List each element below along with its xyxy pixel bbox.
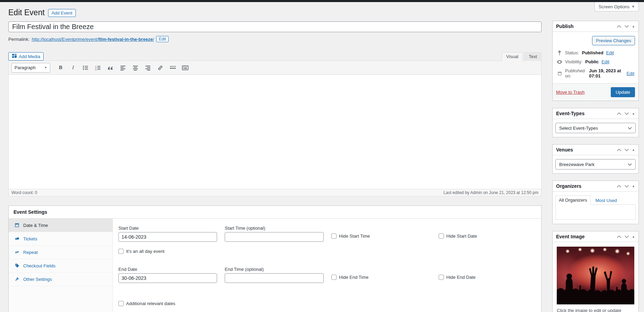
hide-end-time-checkbox[interactable]	[331, 275, 337, 280]
tab-most-used[interactable]: Most Used	[596, 196, 617, 205]
align-left-icon[interactable]	[117, 63, 128, 73]
settings-tab-label: Date & Time	[23, 223, 48, 228]
toolbar-toggle-icon[interactable]	[180, 63, 191, 73]
numbered-list-icon[interactable]: 123	[92, 63, 104, 73]
chevron-down-icon	[628, 126, 632, 131]
date-time-form: Start Date Start Time (optional) Hide St…	[113, 219, 541, 312]
add-event-button[interactable]: Add Event	[48, 9, 76, 17]
event-settings-box: Event Settings Date & Time Tickets	[8, 205, 542, 312]
status-value: Published	[582, 50, 603, 55]
event-featured-image[interactable]	[557, 247, 634, 304]
italic-icon[interactable]: I	[68, 63, 79, 73]
read-more-icon[interactable]	[167, 63, 178, 73]
move-down-icon[interactable]	[624, 148, 629, 152]
settings-tab-date-time[interactable]: Date & Time	[9, 219, 113, 232]
additional-dates-checkbox[interactable]	[118, 301, 124, 306]
paragraph-format-label: Paragraph	[15, 65, 36, 70]
additional-dates-option: Additional relevant dates	[118, 301, 541, 306]
move-up-icon[interactable]	[617, 185, 621, 188]
status-label: Status:	[565, 50, 579, 55]
published-on-row: Published on: Jun 19, 2023 at 07:01 Edit	[557, 68, 634, 79]
organizers-tabs: All Organizers Most Used	[555, 195, 636, 205]
add-media-button[interactable]: Add Media	[8, 52, 44, 61]
editor-statusbar: Word count: 0 Last edited by Admin on Ju…	[9, 189, 541, 196]
collapse-panel-icon[interactable]: ▲	[632, 235, 635, 238]
organizers-list-box[interactable]	[555, 204, 636, 220]
move-up-icon[interactable]	[617, 235, 621, 238]
all-day-label: It's an all day event	[126, 249, 164, 254]
venues-select[interactable]: Breezewave Park	[555, 159, 636, 169]
last-edited-text: Last edited by Admin on June 21, 2023 at…	[444, 190, 538, 195]
bold-icon[interactable]: B	[55, 63, 66, 73]
settings-tab-repeat[interactable]: Repeat	[9, 246, 113, 259]
blockquote-icon[interactable]	[105, 63, 116, 73]
status-row: Status: Published Edit	[557, 50, 634, 55]
move-down-icon[interactable]	[624, 185, 629, 188]
align-right-icon[interactable]	[142, 63, 153, 73]
collapse-panel-icon[interactable]: ▲	[632, 184, 635, 188]
move-to-trash-link[interactable]: Move to Trash	[556, 90, 584, 95]
hide-start-time-checkbox[interactable]	[331, 233, 337, 239]
start-time-input[interactable]	[225, 232, 324, 242]
settings-tab-label: Tickets	[23, 236, 37, 241]
collapse-panel-icon[interactable]: ▲	[632, 148, 635, 152]
publish-panel: Publish ▲ Preview Changes Status: Publis…	[552, 21, 639, 101]
editor-content-area[interactable]	[9, 75, 541, 189]
hide-start-date-option: Hide Start Date	[439, 233, 477, 239]
tab-visual[interactable]: Visual	[502, 52, 523, 61]
preview-changes-button[interactable]: Preview Changes	[592, 36, 635, 45]
edit-visibility-link[interactable]: Edit	[601, 59, 609, 64]
end-date-input[interactable]	[118, 273, 217, 283]
tab-text[interactable]: Text	[524, 52, 542, 61]
move-up-icon[interactable]	[617, 148, 621, 152]
page-title: Edit Event	[8, 8, 45, 18]
event-types-select[interactable]: Select Event-Types	[555, 123, 636, 133]
content-editor: Paragraph ▼ B I 123	[8, 61, 542, 196]
move-up-icon[interactable]	[617, 112, 621, 115]
permalink: Permalink: http://localhost/Eventprime/e…	[8, 36, 542, 42]
collapse-panel-icon[interactable]: ▲	[632, 112, 635, 115]
published-value: Jun 19, 2023 at 07:01	[589, 68, 624, 79]
bulleted-list-icon[interactable]	[80, 63, 91, 73]
hide-end-date-checkbox[interactable]	[439, 275, 444, 280]
align-center-icon[interactable]	[130, 63, 141, 73]
media-row: Add Media Visual Text	[8, 52, 542, 61]
visibility-row: Visibility: Public Edit	[557, 59, 634, 64]
hide-start-date-checkbox[interactable]	[439, 233, 444, 239]
chevron-down-icon	[628, 162, 632, 167]
settings-tab-other-settings[interactable]: Other Settings	[9, 273, 113, 286]
permalink-link[interactable]: http://localhost/Eventprime/event/film-f…	[32, 37, 154, 42]
hide-start-time-label: Hide Start Time	[339, 233, 370, 239]
edit-permalink-button[interactable]: Edit	[156, 36, 169, 42]
collapse-panel-icon[interactable]: ▲	[632, 25, 635, 28]
end-time-input[interactable]	[225, 273, 324, 283]
event-title-input[interactable]	[8, 21, 542, 32]
page-header: Edit Event Add Event	[8, 7, 542, 18]
all-day-option: It's an all day event	[118, 249, 541, 254]
move-down-icon[interactable]	[624, 25, 629, 28]
calendar-icon	[14, 223, 20, 228]
screen-options-button[interactable]: Screen Options ▼	[594, 2, 639, 11]
editor-toolbar: Paragraph ▼ B I 123	[9, 61, 541, 75]
start-date-input[interactable]	[118, 232, 217, 242]
settings-tab-checkout-fields[interactable]: Checkout Fields	[9, 259, 113, 273]
hide-end-date-option: Hide End Date	[439, 275, 476, 280]
update-button[interactable]: Update	[611, 87, 635, 97]
move-up-icon[interactable]	[617, 25, 621, 28]
settings-tab-tickets[interactable]: Tickets	[9, 232, 113, 246]
paragraph-format-select[interactable]: Paragraph ▼	[11, 63, 50, 73]
edit-status-link[interactable]: Edit	[606, 50, 614, 55]
end-time-label: End Time (optional)	[225, 267, 324, 272]
svg-text:3: 3	[95, 68, 97, 71]
move-down-icon[interactable]	[624, 112, 629, 115]
permalink-label: Permalink:	[8, 37, 29, 42]
tab-all-organizers[interactable]: All Organizers	[555, 195, 591, 205]
edit-published-link[interactable]: Edit	[627, 71, 634, 76]
move-down-icon[interactable]	[624, 235, 629, 238]
additional-dates-label: Additional relevant dates	[126, 301, 175, 306]
chevron-down-icon: ▼	[44, 66, 47, 69]
link-icon[interactable]	[155, 63, 166, 73]
media-icon	[12, 54, 17, 59]
all-day-checkbox[interactable]	[118, 249, 124, 254]
settings-tab-label: Repeat	[23, 250, 38, 255]
